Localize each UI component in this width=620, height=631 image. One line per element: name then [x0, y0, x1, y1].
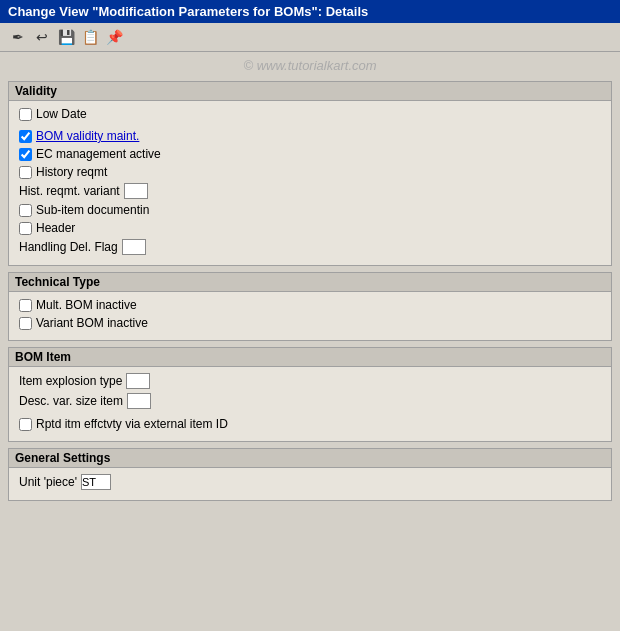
- item-explosion-type-row: Item explosion type: [19, 373, 601, 389]
- mult-bom-inactive-checkbox[interactable]: [19, 299, 32, 312]
- general-settings-section: General Settings Unit 'piece': [8, 448, 612, 501]
- bom-validity-checkbox[interactable]: [19, 130, 32, 143]
- rptd-itm-checkbox[interactable]: [19, 418, 32, 431]
- technical-type-body: Mult. BOM inactive Variant BOM inactive: [9, 292, 611, 340]
- unit-piece-label: Unit 'piece': [19, 475, 77, 489]
- technical-type-section: Technical Type Mult. BOM inactive Varian…: [8, 272, 612, 341]
- rptd-itm-label: Rptd itm effctvty via external item ID: [36, 417, 228, 431]
- bom-validity-row: BOM validity maint.: [19, 129, 601, 143]
- unit-piece-input[interactable]: [81, 474, 111, 490]
- general-settings-body: Unit 'piece': [9, 468, 611, 500]
- hist-reqmt-variant-label: Hist. reqmt. variant: [19, 184, 120, 198]
- validity-header: Validity: [9, 82, 611, 101]
- save-icon[interactable]: 💾: [56, 27, 76, 47]
- desc-var-size-item-input[interactable]: [127, 393, 151, 409]
- pin-icon[interactable]: 📌: [104, 27, 124, 47]
- sub-item-doc-checkbox[interactable]: [19, 204, 32, 217]
- handling-del-flag-row: Handling Del. Flag: [19, 239, 601, 255]
- back-icon[interactable]: ↩: [32, 27, 52, 47]
- desc-var-size-item-label: Desc. var. size item: [19, 394, 123, 408]
- hist-reqmt-variant-row: Hist. reqmt. variant: [19, 183, 601, 199]
- desc-var-size-item-row: Desc. var. size item: [19, 393, 601, 409]
- low-date-checkbox[interactable]: [19, 108, 32, 121]
- bom-item-section: BOM Item Item explosion type Desc. var. …: [8, 347, 612, 442]
- hist-reqmt-variant-input[interactable]: [124, 183, 148, 199]
- handling-del-flag-input[interactable]: [122, 239, 146, 255]
- sub-item-doc-row: Sub-item documentin: [19, 203, 601, 217]
- header-label: Header: [36, 221, 75, 235]
- history-reqmt-checkbox[interactable]: [19, 166, 32, 179]
- title-bar: Change View "Modification Parameters for…: [0, 0, 620, 23]
- ec-management-checkbox[interactable]: [19, 148, 32, 161]
- main-content: Validity Low Date BOM validity maint. EC…: [0, 75, 620, 513]
- title-text: Change View "Modification Parameters for…: [8, 4, 368, 19]
- variant-bom-inactive-row: Variant BOM inactive: [19, 316, 601, 330]
- header-checkbox[interactable]: [19, 222, 32, 235]
- toolbar: ✒ ↩ 💾 📋 📌: [0, 23, 620, 52]
- validity-body: Low Date BOM validity maint. EC manageme…: [9, 101, 611, 265]
- bom-item-header: BOM Item: [9, 348, 611, 367]
- watermark: © www.tutorialkart.com: [0, 52, 620, 75]
- ec-management-label: EC management active: [36, 147, 161, 161]
- mult-bom-inactive-label: Mult. BOM inactive: [36, 298, 137, 312]
- history-reqmt-label: History reqmt: [36, 165, 107, 179]
- copy-icon[interactable]: 📋: [80, 27, 100, 47]
- validity-section: Validity Low Date BOM validity maint. EC…: [8, 81, 612, 266]
- mult-bom-inactive-row: Mult. BOM inactive: [19, 298, 601, 312]
- low-date-row: Low Date: [19, 107, 601, 121]
- header-row: Header: [19, 221, 601, 235]
- technical-type-header: Technical Type: [9, 273, 611, 292]
- item-explosion-type-input[interactable]: [126, 373, 150, 389]
- general-settings-header: General Settings: [9, 449, 611, 468]
- bom-item-body: Item explosion type Desc. var. size item…: [9, 367, 611, 441]
- variant-bom-inactive-checkbox[interactable]: [19, 317, 32, 330]
- ec-management-row: EC management active: [19, 147, 601, 161]
- bom-validity-label[interactable]: BOM validity maint.: [36, 129, 139, 143]
- variant-bom-inactive-label: Variant BOM inactive: [36, 316, 148, 330]
- rptd-itm-row: Rptd itm effctvty via external item ID: [19, 417, 601, 431]
- unit-piece-row: Unit 'piece': [19, 474, 601, 490]
- item-explosion-type-label: Item explosion type: [19, 374, 122, 388]
- sub-item-doc-label: Sub-item documentin: [36, 203, 149, 217]
- handling-del-flag-label: Handling Del. Flag: [19, 240, 118, 254]
- low-date-label: Low Date: [36, 107, 87, 121]
- edit-icon[interactable]: ✒: [8, 27, 28, 47]
- history-reqmt-row: History reqmt: [19, 165, 601, 179]
